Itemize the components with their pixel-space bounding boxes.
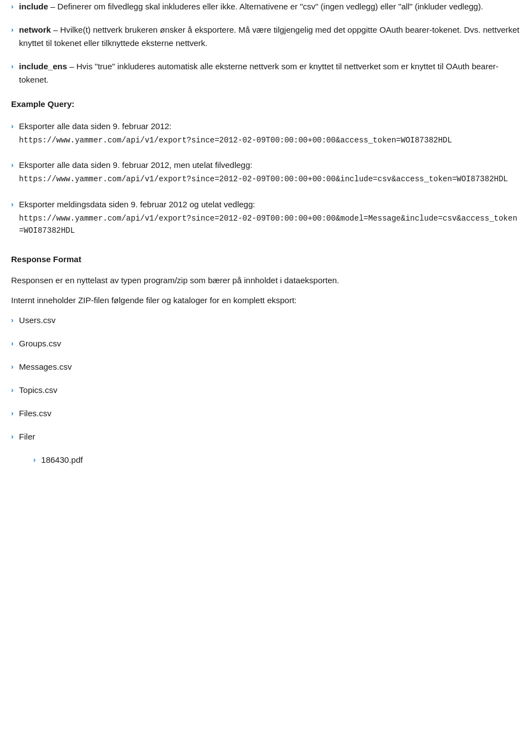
zip-contents-list: Users.csv Groups.csv Messages.csv Topics… [11,314,521,467]
filer-item: Filer [11,430,521,443]
example-2-content: Eksporter alle data siden 9. februar 201… [19,159,521,185]
messages-csv-label: Messages.csv [19,360,521,374]
pdf-file-label: 186430.pdf [41,453,83,467]
main-content: include – Definerer om filvedlegg skal i… [0,0,532,467]
response-format-text2: Internt inneholder ZIP-filen følgende fi… [11,294,521,307]
pdf-file-item: 186430.pdf [11,453,521,467]
include-ens-bullet-chevron [11,61,13,73]
example-3-url: https://www.yammer.com/api/v1/export?sin… [19,212,521,237]
network-bullet-text: network – Hvilke(t) nettverk brukeren øn… [19,23,521,50]
network-description: Hvilke(t) nettverk brukeren ønsker å eks… [19,25,519,48]
include-ens-description: Hvis "true" inkluderes automatisk alle e… [19,62,498,84]
groups-csv-label: Groups.csv [19,337,521,350]
example-2-item: Eksporter alle data siden 9. februar 201… [11,159,521,185]
example-2-url: https://www.yammer.com/api/v1/export?sin… [19,173,521,185]
example-1-desc: Eksporter alle data siden 9. februar 201… [19,120,521,133]
include-separator: – [48,2,58,11]
example-1-url: https://www.yammer.com/api/v1/export?sin… [19,134,521,146]
users-csv-item: Users.csv [11,314,521,327]
users-csv-label: Users.csv [19,314,521,327]
include-term: include [19,2,48,11]
groups-csv-chevron [11,338,13,350]
example-3-item: Eksporter meldingsdata siden 9. februar … [11,198,521,237]
include-ens-bullet-item: include_ens – Hvis "true" inkluderes aut… [11,60,521,86]
network-separator: – [51,25,60,34]
filer-label: Filer [19,430,521,443]
include-bullet-item: include – Definerer om filvedlegg skal i… [11,0,521,13]
network-bullet-chevron [11,24,13,36]
example-3-desc: Eksporter meldingsdata siden 9. februar … [19,198,521,211]
topics-csv-item: Topics.csv [11,384,521,397]
example-query-heading: Example Query: [11,98,521,111]
include-bullet-text: include – Definerer om filvedlegg skal i… [19,0,521,13]
response-format-text1: Responsen er en nyttelast av typen progr… [11,274,521,287]
files-csv-label: Files.csv [19,407,521,420]
files-csv-item: Files.csv [11,407,521,420]
groups-csv-item: Groups.csv [11,337,521,350]
users-csv-chevron [11,315,13,326]
include-ens-bullet-text: include_ens – Hvis "true" inkluderes aut… [19,60,521,86]
pdf-file-chevron [33,454,35,466]
include-description: Definerer om filvedlegg skal inkluderes … [58,2,483,11]
example-2-chevron [11,160,13,171]
messages-csv-chevron [11,361,13,373]
files-csv-chevron [11,408,13,420]
example-3-chevron [11,199,13,211]
example-1-chevron [11,121,13,132]
filer-chevron [11,431,13,443]
topics-csv-chevron [11,385,13,396]
messages-csv-item: Messages.csv [11,360,521,374]
response-format-heading: Response Format [11,253,521,266]
example-2-desc: Eksporter alle data siden 9. februar 201… [19,159,521,172]
include-ens-separator: – [67,62,76,71]
include-ens-term: include_ens [19,62,67,71]
include-bullet-chevron [11,1,13,13]
example-1-content: Eksporter alle data siden 9. februar 201… [19,120,521,146]
example-3-content: Eksporter meldingsdata siden 9. februar … [19,198,521,237]
network-bullet-item: network – Hvilke(t) nettverk brukeren øn… [11,23,521,50]
network-term: network [19,25,51,34]
topics-csv-label: Topics.csv [19,384,521,397]
example-1-item: Eksporter alle data siden 9. februar 201… [11,120,521,146]
